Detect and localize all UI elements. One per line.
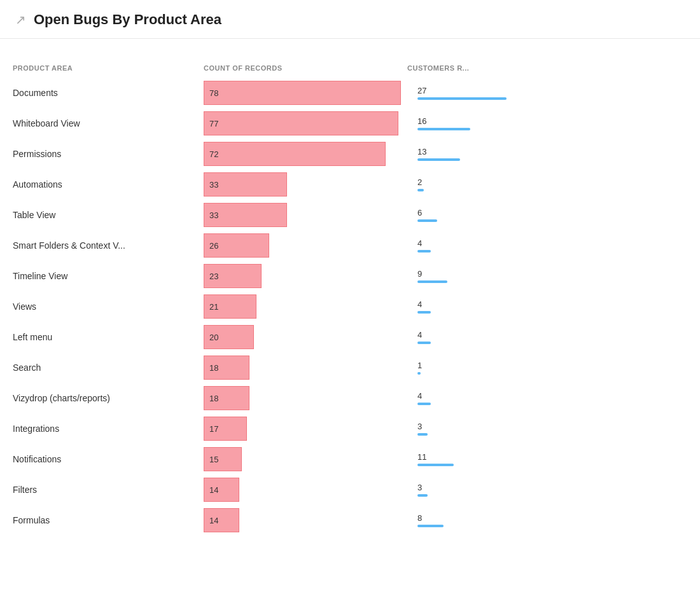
row-label: Search	[13, 363, 204, 373]
row-label: Automations	[13, 179, 204, 190]
bar: 18	[204, 386, 249, 410]
cust-bar	[417, 433, 428, 436]
bar-cell: 77	[204, 111, 407, 135]
cust-bar	[417, 189, 424, 191]
table-row: Notifications 15 11	[13, 445, 687, 474]
bar: 18	[204, 356, 249, 380]
bar-value: 78	[209, 88, 218, 98]
chart-container: PRODUCT AREA COUNT OF RECORDS CUSTOMERS …	[0, 39, 700, 549]
cust-value: 27	[417, 86, 535, 95]
row-label: Table View	[13, 210, 204, 220]
row-label: Notifications	[13, 454, 204, 464]
bar-cell: 17	[204, 417, 407, 441]
bar-value: 18	[209, 394, 218, 403]
bar-cell: 78	[204, 81, 407, 105]
customers-cell: 1	[407, 361, 535, 375]
cust-value: 4	[417, 238, 535, 248]
table-row: Documents 78 27	[13, 78, 687, 107]
cust-bar	[417, 250, 431, 252]
table-row: Timeline View 23 9	[13, 261, 687, 291]
customers-cell: 3	[407, 422, 535, 436]
cust-bar	[417, 97, 507, 100]
table-row: Vizydrop (charts/reports) 18 4	[13, 384, 687, 413]
cust-value: 1	[417, 361, 535, 370]
bar-cell: 14	[204, 478, 407, 502]
bar: 23	[204, 264, 262, 288]
trend-icon: ↗	[15, 12, 26, 27]
row-label: Smart Folders & Context V...	[13, 240, 204, 251]
row-label: Documents	[13, 88, 204, 98]
cust-value: 4	[417, 391, 535, 401]
cust-bar	[417, 311, 431, 314]
col-header-count: COUNT OF RECORDS	[204, 64, 407, 72]
table-row: Filters 14 3	[13, 475, 687, 504]
bar-value: 77	[209, 119, 218, 128]
bar: 17	[204, 417, 247, 441]
page-title: Open Bugs By Product Area	[34, 11, 221, 28]
row-label: Timeline View	[13, 271, 204, 281]
bar-value: 21	[209, 302, 218, 312]
table-row: Whiteboard View 77 16	[13, 109, 687, 138]
bar-value: 72	[209, 149, 218, 159]
bar-cell: 18	[204, 386, 407, 410]
cust-value: 8	[417, 513, 535, 523]
customers-cell: 13	[407, 147, 535, 161]
cust-bar	[417, 128, 470, 130]
customers-cell: 3	[407, 483, 535, 497]
bar-value: 18	[209, 363, 218, 373]
cust-value: 3	[417, 483, 535, 492]
table-row: Formulas 14 8	[13, 506, 687, 535]
cust-value: 4	[417, 300, 535, 309]
cust-bar	[417, 158, 460, 161]
bar-cell: 15	[204, 447, 407, 471]
bar: 14	[204, 478, 239, 502]
bar: 26	[204, 233, 269, 258]
row-label: Filters	[13, 485, 204, 495]
col-header-customers: CUSTOMERS R...	[407, 64, 535, 72]
table-row: Left menu 20 4	[13, 322, 687, 352]
row-label: Views	[13, 301, 204, 312]
bar: 77	[204, 111, 398, 135]
bar-cell: 26	[204, 233, 407, 258]
bar-value: 23	[209, 272, 218, 281]
bar-cell: 33	[204, 203, 407, 227]
bar-cell: 33	[204, 172, 407, 197]
bar-cell: 21	[204, 294, 407, 319]
cust-value: 16	[417, 116, 535, 126]
bar-value: 17	[209, 424, 218, 434]
table-row: Permissions 72 13	[13, 139, 687, 169]
customers-cell: 16	[407, 116, 535, 130]
row-label: Whiteboard View	[13, 118, 204, 128]
cust-bar	[417, 525, 444, 527]
row-label: Left menu	[13, 332, 204, 342]
customers-cell: 4	[407, 300, 535, 314]
bar-cell: 72	[204, 142, 407, 166]
table-row: Table View 33 6	[13, 200, 687, 230]
chart-rows: Documents 78 27 Whiteboard View 77 16 Pe…	[13, 78, 687, 535]
cust-value: 6	[417, 208, 535, 218]
bar: 14	[204, 508, 239, 532]
cust-bar	[417, 464, 454, 466]
customers-cell: 4	[407, 330, 535, 344]
cust-bar	[417, 280, 447, 283]
bar-cell: 18	[204, 356, 407, 380]
table-row: Smart Folders & Context V... 26 4	[13, 231, 687, 260]
bar-value: 14	[209, 516, 218, 525]
table-row: Views 21 4	[13, 292, 687, 321]
col-header-product: PRODUCT AREA	[13, 64, 204, 72]
cust-value: 4	[417, 330, 535, 340]
bar-value: 14	[209, 485, 218, 495]
table-row: Integrations 17 3	[13, 414, 687, 443]
bar-value: 20	[209, 333, 218, 342]
table-row: Search 18 1	[13, 353, 687, 382]
bar: 20	[204, 325, 254, 349]
bar-value: 26	[209, 241, 218, 251]
customers-cell: 8	[407, 513, 535, 527]
bar-cell: 14	[204, 508, 407, 532]
customers-cell: 9	[407, 269, 535, 283]
row-label: Vizydrop (charts/reports)	[13, 393, 204, 403]
row-label: Permissions	[13, 149, 204, 159]
bar: 15	[204, 447, 242, 471]
cust-value: 3	[417, 422, 535, 431]
bar-value: 33	[209, 180, 218, 190]
